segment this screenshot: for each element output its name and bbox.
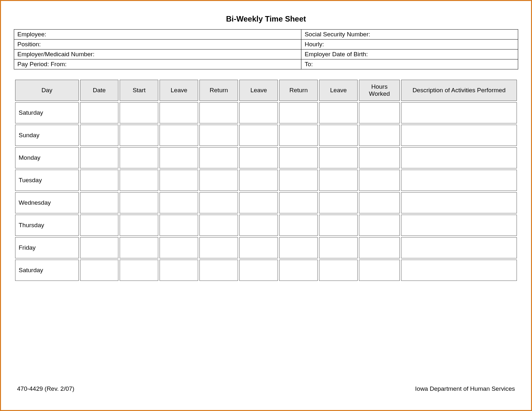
col-description: Description of Activities Performed bbox=[401, 80, 517, 101]
page-title: Bi-Weekly Time Sheet bbox=[14, 14, 518, 23]
cell-leave3[interactable] bbox=[319, 102, 358, 123]
cell-start[interactable] bbox=[120, 215, 158, 236]
cell-leave2[interactable] bbox=[239, 192, 278, 213]
cell-hours[interactable] bbox=[359, 260, 400, 281]
cell-date[interactable] bbox=[80, 102, 119, 123]
cell-leave3[interactable] bbox=[319, 260, 358, 281]
cell-return1[interactable] bbox=[199, 147, 238, 168]
cell-day: Wednesday bbox=[15, 192, 79, 213]
time-table: Day Date Start Leave Return Leave Return… bbox=[14, 78, 518, 282]
cell-leave1[interactable] bbox=[160, 260, 198, 281]
cell-return2[interactable] bbox=[279, 102, 318, 123]
cell-description[interactable] bbox=[401, 192, 517, 213]
cell-leave1[interactable] bbox=[160, 102, 198, 123]
cell-return1[interactable] bbox=[199, 215, 238, 236]
cell-leave2[interactable] bbox=[239, 237, 278, 258]
cell-hours[interactable] bbox=[359, 215, 400, 236]
cell-description[interactable] bbox=[401, 125, 517, 146]
cell-start[interactable] bbox=[120, 170, 158, 191]
cell-date[interactable] bbox=[80, 170, 119, 191]
page-frame: Bi-Weekly Time Sheet Employee: Social Se… bbox=[0, 0, 532, 411]
cell-date[interactable] bbox=[80, 237, 119, 258]
cell-start[interactable] bbox=[120, 260, 158, 281]
cell-hours[interactable] bbox=[359, 147, 400, 168]
info-employer-medicaid: Employer/Medicaid Number: bbox=[14, 49, 301, 59]
cell-day: Thursday bbox=[15, 215, 79, 236]
cell-hours[interactable] bbox=[359, 102, 400, 123]
table-row: Saturday bbox=[15, 102, 517, 123]
cell-leave3[interactable] bbox=[319, 170, 358, 191]
cell-leave2[interactable] bbox=[239, 125, 278, 146]
cell-leave2[interactable] bbox=[239, 215, 278, 236]
cell-return2[interactable] bbox=[279, 192, 318, 213]
cell-leave3[interactable] bbox=[319, 237, 358, 258]
cell-leave1[interactable] bbox=[160, 215, 198, 236]
footer: 470-4429 (Rev. 2/07) Iowa Department of … bbox=[17, 385, 515, 392]
table-row: Thursday bbox=[15, 215, 517, 236]
col-start: Start bbox=[120, 80, 158, 101]
table-row: Tuesday bbox=[15, 170, 517, 191]
info-employee: Employee: bbox=[14, 30, 301, 40]
col-return1: Return bbox=[199, 80, 238, 101]
col-hours-worked: Hours Worked bbox=[359, 80, 400, 101]
col-leave3: Leave bbox=[319, 80, 358, 101]
cell-start[interactable] bbox=[120, 102, 158, 123]
cell-return2[interactable] bbox=[279, 237, 318, 258]
cell-leave2[interactable] bbox=[239, 260, 278, 281]
cell-return1[interactable] bbox=[199, 192, 238, 213]
cell-description[interactable] bbox=[401, 260, 517, 281]
cell-return1[interactable] bbox=[199, 125, 238, 146]
cell-hours[interactable] bbox=[359, 125, 400, 146]
cell-date[interactable] bbox=[80, 125, 119, 146]
cell-day: Saturday bbox=[15, 260, 79, 281]
cell-date[interactable] bbox=[80, 260, 119, 281]
cell-leave2[interactable] bbox=[239, 170, 278, 191]
cell-return1[interactable] bbox=[199, 260, 238, 281]
cell-description[interactable] bbox=[401, 237, 517, 258]
cell-return2[interactable] bbox=[279, 260, 318, 281]
cell-leave3[interactable] bbox=[319, 125, 358, 146]
cell-day: Tuesday bbox=[15, 170, 79, 191]
cell-return1[interactable] bbox=[199, 102, 238, 123]
cell-hours[interactable] bbox=[359, 192, 400, 213]
col-date: Date bbox=[80, 80, 119, 101]
cell-return1[interactable] bbox=[199, 237, 238, 258]
time-table-body: Saturday Sunday bbox=[15, 102, 517, 281]
cell-date[interactable] bbox=[80, 147, 119, 168]
cell-hours[interactable] bbox=[359, 237, 400, 258]
info-pay-period-from: Pay Period: From: bbox=[14, 59, 301, 69]
cell-description[interactable] bbox=[401, 102, 517, 123]
cell-leave3[interactable] bbox=[319, 215, 358, 236]
cell-leave2[interactable] bbox=[239, 147, 278, 168]
cell-leave3[interactable] bbox=[319, 192, 358, 213]
cell-leave1[interactable] bbox=[160, 170, 198, 191]
cell-leave1[interactable] bbox=[160, 237, 198, 258]
cell-start[interactable] bbox=[120, 125, 158, 146]
cell-description[interactable] bbox=[401, 215, 517, 236]
cell-return2[interactable] bbox=[279, 170, 318, 191]
info-table: Employee: Social Security Number: Positi… bbox=[14, 29, 518, 69]
info-position: Position: bbox=[14, 40, 301, 49]
cell-return1[interactable] bbox=[199, 170, 238, 191]
cell-description[interactable] bbox=[401, 147, 517, 168]
cell-day: Monday bbox=[15, 147, 79, 168]
cell-return2[interactable] bbox=[279, 215, 318, 236]
cell-hours[interactable] bbox=[359, 170, 400, 191]
cell-return2[interactable] bbox=[279, 147, 318, 168]
cell-leave1[interactable] bbox=[160, 192, 198, 213]
cell-leave1[interactable] bbox=[160, 125, 198, 146]
info-hourly: Hourly: bbox=[301, 40, 518, 49]
cell-start[interactable] bbox=[120, 147, 158, 168]
cell-description[interactable] bbox=[401, 170, 517, 191]
table-row: Wednesday bbox=[15, 192, 517, 213]
col-leave2: Leave bbox=[239, 80, 278, 101]
cell-start[interactable] bbox=[120, 192, 158, 213]
cell-return2[interactable] bbox=[279, 125, 318, 146]
cell-leave3[interactable] bbox=[319, 147, 358, 168]
cell-start[interactable] bbox=[120, 237, 158, 258]
table-row: Sunday bbox=[15, 125, 517, 146]
cell-leave1[interactable] bbox=[160, 147, 198, 168]
cell-date[interactable] bbox=[80, 192, 119, 213]
cell-date[interactable] bbox=[80, 215, 119, 236]
cell-leave2[interactable] bbox=[239, 102, 278, 123]
